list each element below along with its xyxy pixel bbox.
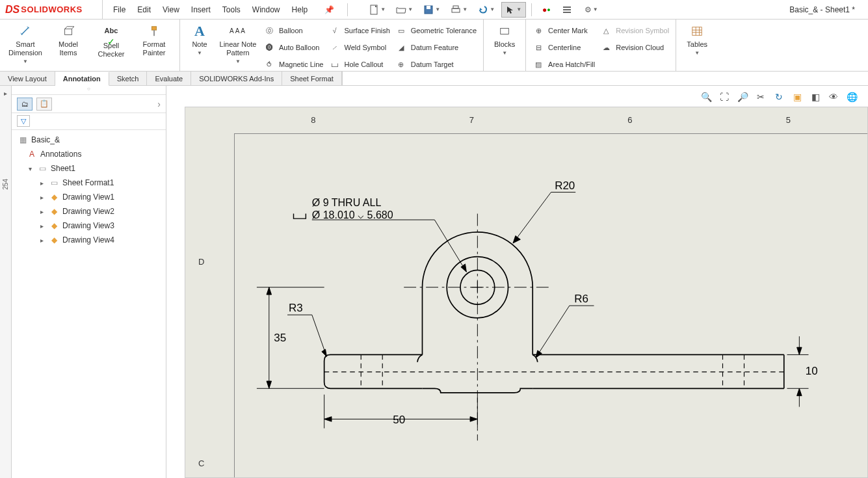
app-logo: DS SOLIDWORKS xyxy=(0,0,103,20)
panel-tab-feature-tree[interactable]: 🗂 xyxy=(17,98,33,111)
tab-evaluate[interactable]: Evaluate xyxy=(147,72,191,85)
row-labels: D C xyxy=(198,133,218,477)
tree-root[interactable]: ▦ Basic_& xyxy=(14,133,163,147)
expander-icon[interactable]: ▸ xyxy=(38,208,46,215)
hole-callout-button[interactable]: ⌴Hole Callout xyxy=(329,57,390,72)
datum-feature-label: Datum Feature xyxy=(411,44,458,51)
datum-feature-button[interactable]: ◢Datum Feature xyxy=(395,40,477,55)
note-button[interactable]: A Note ▼ xyxy=(187,22,213,57)
section-view-button[interactable]: ✂ xyxy=(754,90,768,104)
tab-sheet-format[interactable]: Sheet Format xyxy=(282,72,342,85)
zoom-area-button[interactable]: ⛶ xyxy=(717,90,731,104)
scene-button[interactable]: 🌐 xyxy=(845,90,859,104)
expander-icon[interactable]: ▾ xyxy=(26,165,34,172)
panel-grip[interactable] xyxy=(12,86,166,95)
expander-icon[interactable]: ▸ xyxy=(38,179,46,187)
menu-insert[interactable]: Insert xyxy=(191,5,211,14)
menu-help[interactable]: Help xyxy=(292,5,308,14)
new-button[interactable]: ▼ xyxy=(365,2,389,18)
centerline-label: Centerline xyxy=(548,44,581,51)
magnetic-line-button[interactable]: ⥀Magnetic Line xyxy=(263,57,324,72)
model-items-button[interactable]: Model Items xyxy=(49,22,87,57)
logo-text: SOLIDWORKS xyxy=(21,5,83,14)
revision-symbol-button: △Revision Symbol xyxy=(600,23,669,38)
expander-icon[interactable]: ▸ xyxy=(38,237,46,244)
rebuild-button[interactable]: ●● xyxy=(537,2,555,18)
tab-addins[interactable]: SOLIDWORKS Add-Ins xyxy=(191,72,282,85)
view-toolbar: 🔍 ⛶ 🔎 ✂ ↻ ▣ ◧ 👁 🌐 xyxy=(699,90,859,104)
geometric-tolerance-button[interactable]: ▭Geometric Tolerance xyxy=(395,23,477,38)
ribbon: Smart Dimension ▼ Model Items Abc ✓ Spel… xyxy=(0,20,868,72)
auto-balloon-label: Auto Balloon xyxy=(279,44,319,51)
menu-view[interactable]: View xyxy=(163,5,179,14)
tree-sheet1[interactable]: ▾ ▭ Sheet1 xyxy=(14,161,163,176)
linear-note-pattern-button[interactable]: AAA Linear Note Pattern ▼ xyxy=(218,22,258,65)
revision-cloud-button[interactable]: ☁Revision Cloud xyxy=(600,40,669,55)
format-painter-button[interactable]: Format Painter xyxy=(135,22,173,57)
area-hatch-fill-button[interactable]: ▨Area Hatch/Fill xyxy=(533,57,595,72)
tree-drawing-view4[interactable]: ▸ ◆ Drawing View4 xyxy=(14,233,163,247)
tree-root-label: Basic_& xyxy=(31,135,60,144)
blocks-icon xyxy=(499,23,510,39)
linear-note-pattern-label: Linear Note Pattern xyxy=(220,40,257,57)
quick-access-toolbar: ▼ ▼ ▼ ▼ ▼ ▼ ●● ⚙▼ xyxy=(357,2,611,18)
svg-rect-5 xyxy=(563,7,571,8)
auto-balloon-button[interactable]: ⓿Auto Balloon xyxy=(263,40,324,55)
save-button[interactable]: ▼ xyxy=(419,2,444,18)
collapse-icon[interactable]: ▸ xyxy=(4,90,7,97)
tab-view-layout[interactable]: View Layout xyxy=(0,72,55,85)
balloon-button[interactable]: ⓪Balloon xyxy=(263,23,324,38)
open-button[interactable]: ▼ xyxy=(392,2,417,18)
tree-drawing-view1[interactable]: ▸ ◆ Drawing View1 xyxy=(14,190,163,204)
spell-checker-button[interactable]: Abc ✓ Spell Checker xyxy=(92,22,130,59)
menu-window[interactable]: Window xyxy=(252,5,280,14)
panel-tab-property-manager[interactable]: 📋 xyxy=(36,98,52,111)
pin-icon[interactable]: 📌 xyxy=(324,5,334,14)
expander-icon[interactable]: ▸ xyxy=(38,194,46,201)
tab-annotation[interactable]: Annotation xyxy=(55,72,109,86)
rotate-view-button[interactable]: ↻ xyxy=(772,90,786,104)
tree-annotations[interactable]: A Annotations xyxy=(14,147,163,161)
panel-tab-strip: 🗂 📋 › xyxy=(12,95,166,113)
blocks-button[interactable]: Blocks ▼ xyxy=(490,22,519,57)
drawing-canvas[interactable]: 🔍 ⛶ 🔎 ✂ ↻ ▣ ◧ 👁 🌐 8 7 6 5 D C xyxy=(166,86,868,478)
revision-symbol-icon: △ xyxy=(600,27,612,35)
hatch-label: Area Hatch/Fill xyxy=(548,60,595,68)
menu-file[interactable]: File xyxy=(113,5,125,14)
zoom-previous-button[interactable]: 🔎 xyxy=(735,90,750,104)
tree-drawing-view2[interactable]: ▸ ◆ Drawing View2 xyxy=(14,204,163,219)
separator xyxy=(347,3,348,16)
menu-edit[interactable]: Edit xyxy=(137,5,151,14)
zoom-fit-button[interactable]: 🔍 xyxy=(699,90,713,104)
dim-R20: R20 xyxy=(555,179,575,192)
tree-drawing-view3[interactable]: ▸ ◆ Drawing View3 xyxy=(14,219,163,233)
datum-target-label: Datum Target xyxy=(411,60,454,68)
svg-rect-4 xyxy=(453,6,458,8)
format-painter-icon xyxy=(148,23,160,39)
print-button[interactable]: ▼ xyxy=(447,2,471,18)
linear-note-pattern-icon: AAA xyxy=(230,23,246,39)
menu-tools[interactable]: Tools xyxy=(222,5,241,14)
tree-sheet-format1[interactable]: ▸ ▭ Sheet Format1 xyxy=(14,176,163,190)
expander-icon[interactable]: ▸ xyxy=(38,222,46,230)
tab-sketch[interactable]: Sketch xyxy=(109,72,148,85)
options-list-button[interactable] xyxy=(558,2,576,18)
filter-button[interactable]: ▽ xyxy=(17,115,30,127)
centerline-button[interactable]: ⊟Centerline xyxy=(533,40,595,55)
undo-button[interactable]: ▼ xyxy=(474,2,499,18)
select-button[interactable]: ▼ xyxy=(501,2,526,18)
tables-button[interactable]: Tables ▼ xyxy=(683,22,711,57)
hide-show-button[interactable]: ◧ xyxy=(808,90,822,104)
weld-symbol-button[interactable]: ⟋Weld Symbol xyxy=(329,40,390,55)
surface-finish-button[interactable]: √Surface Finish xyxy=(329,23,390,38)
balloon-icon: ⓪ xyxy=(263,26,275,36)
panel-collapse-icon[interactable]: › xyxy=(157,99,161,109)
weld-symbol-label: Weld Symbol xyxy=(345,44,387,51)
smart-dimension-button[interactable]: Smart Dimension ▼ xyxy=(7,22,44,65)
view-orientation-button[interactable]: 👁 xyxy=(826,90,841,104)
settings-button[interactable]: ⚙▼ xyxy=(579,2,603,18)
display-style-button[interactable]: ▣ xyxy=(790,90,804,104)
datum-target-button[interactable]: ⊕Datum Target xyxy=(395,57,477,72)
svg-line-40 xyxy=(536,306,570,358)
center-mark-button[interactable]: ⊕Center Mark xyxy=(533,23,595,38)
